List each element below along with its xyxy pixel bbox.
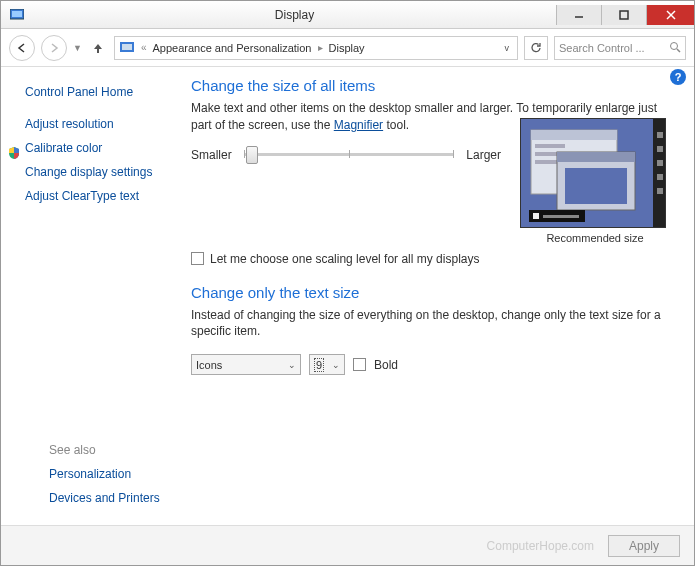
svg-rect-23 (557, 152, 635, 162)
slider-smaller-label: Smaller (191, 148, 232, 162)
svg-rect-7 (122, 44, 132, 50)
main-panel: ? Change the size of all items Make text… (191, 67, 694, 525)
apply-button[interactable]: Apply (608, 535, 680, 557)
scaling-slider[interactable] (244, 153, 455, 156)
watermark: ComputerHope.com (487, 539, 594, 553)
breadcrumb-separator-icon: « (139, 42, 149, 53)
svg-point-8 (671, 42, 678, 49)
svg-rect-1 (12, 11, 22, 17)
font-size-select[interactable]: 9 ⌄ (309, 354, 345, 375)
slider-thumb[interactable] (246, 146, 258, 164)
window-title: Display (33, 8, 556, 22)
magnifier-link[interactable]: Magnifier (334, 118, 383, 132)
preview-area: Recommended size (520, 118, 670, 244)
sidebar: Control Panel Home Adjust resolution Cal… (1, 67, 191, 525)
scaling-level-label: Let me choose one scaling level for all … (210, 252, 479, 266)
sidebar-calibrate-color[interactable]: Calibrate color (25, 141, 102, 155)
bold-checkbox[interactable] (353, 358, 366, 371)
system-icon (7, 5, 27, 25)
svg-line-9 (677, 49, 680, 52)
maximize-button[interactable] (601, 5, 646, 25)
preview-thumbnail (520, 118, 666, 228)
svg-rect-18 (531, 130, 617, 140)
svg-rect-27 (543, 215, 579, 218)
shield-icon (7, 146, 21, 160)
content-area: Control Panel Home Adjust resolution Cal… (1, 67, 694, 525)
see-also-personalization[interactable]: Personalization (49, 467, 160, 481)
address-dropdown-icon[interactable]: v (501, 43, 514, 53)
control-panel-icon (119, 40, 135, 56)
sidebar-adjust-resolution[interactable]: Adjust resolution (25, 117, 191, 131)
see-also-devices[interactable]: Devices and Printers (49, 491, 160, 505)
svg-rect-3 (620, 11, 628, 19)
bottom-bar: ComputerHope.com Apply (1, 525, 694, 565)
search-placeholder: Search Control ... (559, 42, 645, 54)
recommended-size-label: Recommended size (520, 232, 670, 244)
svg-rect-14 (657, 160, 663, 166)
svg-rect-24 (565, 168, 627, 204)
svg-rect-19 (535, 144, 565, 148)
heading-change-size: Change the size of all items (191, 77, 670, 94)
scaling-slider-row: Smaller Larger (191, 148, 501, 162)
address-bar[interactable]: « Appearance and Personalization ▸ Displ… (114, 36, 518, 60)
breadcrumb-display[interactable]: Display (329, 42, 365, 54)
sidebar-adjust-cleartype[interactable]: Adjust ClearType text (25, 189, 191, 203)
help-icon[interactable]: ? (670, 69, 686, 85)
search-input[interactable]: Search Control ... (554, 36, 686, 60)
scaling-checkbox-row: Let me choose one scaling level for all … (191, 252, 670, 266)
chevron-right-icon[interactable]: ▸ (316, 42, 325, 53)
item-select[interactable]: Icons ⌄ (191, 354, 301, 375)
text-size-controls: Icons ⌄ 9 ⌄ Bold (191, 354, 670, 375)
description-text-size: Instead of changing the size of everythi… (191, 307, 670, 341)
heading-text-size: Change only the text size (191, 284, 670, 301)
slider-larger-label: Larger (466, 148, 501, 162)
navigation-toolbar: ▼ « Appearance and Personalization ▸ Dis… (1, 29, 694, 67)
svg-rect-15 (657, 174, 663, 180)
see-also-section: See also Personalization Devices and Pri… (49, 443, 160, 515)
refresh-button[interactable] (524, 36, 548, 60)
minimize-button[interactable] (556, 5, 601, 25)
close-button[interactable] (646, 5, 694, 25)
up-button[interactable] (88, 38, 108, 58)
see-also-header: See also (49, 443, 160, 457)
svg-rect-26 (533, 213, 539, 219)
forward-button[interactable] (41, 35, 67, 61)
bold-label: Bold (374, 358, 398, 372)
control-panel-home-link[interactable]: Control Panel Home (25, 85, 191, 99)
search-icon (669, 41, 681, 55)
chevron-down-icon: ⌄ (332, 360, 340, 370)
scaling-level-checkbox[interactable] (191, 252, 204, 265)
svg-rect-12 (657, 132, 663, 138)
svg-rect-16 (657, 188, 663, 194)
title-bar: Display (1, 1, 694, 29)
svg-rect-13 (657, 146, 663, 152)
window-controls (556, 5, 694, 25)
back-button[interactable] (9, 35, 35, 61)
chevron-down-icon: ⌄ (288, 360, 296, 370)
sidebar-change-display-settings[interactable]: Change display settings (25, 165, 191, 179)
breadcrumb-appearance[interactable]: Appearance and Personalization (152, 42, 311, 54)
history-dropdown-icon[interactable]: ▼ (73, 43, 82, 53)
